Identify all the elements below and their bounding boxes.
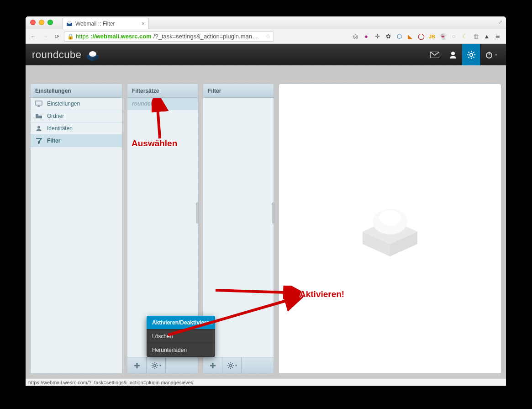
nav-mail-button[interactable] [426,44,444,65]
ext-icon-12[interactable]: 🗑 [472,33,479,40]
popup-item-delete[interactable]: Löschen [147,329,215,343]
popup-item-label: Herunterladen [152,347,187,353]
window-zoom-button[interactable] [47,20,53,25]
url-path: /?_task=settings&_action=plugin.man… [153,33,258,40]
sidebar-item-identities[interactable]: Identitäten [31,122,122,135]
tab-title: Webmail :: Filter [75,21,115,27]
ext-icon-2[interactable]: ● [363,33,370,40]
svg-line-45 [232,363,233,364]
bookmark-star-icon[interactable]: ☆ [265,33,271,40]
monitor-icon [35,100,42,107]
svg-point-1 [68,21,71,24]
ext-icon-13[interactable]: ▲ [483,33,490,40]
filterset-item[interactable]: roundcube [127,98,198,110]
svg-line-16 [473,52,474,53]
splitter-handle-2[interactable] [272,202,274,223]
svg-point-9 [470,53,473,56]
window-minimize-button[interactable] [39,20,44,25]
ext-icon-3[interactable]: ✛ [374,33,381,40]
menu-button[interactable]: ≡ [494,33,501,40]
svg-rect-23 [36,114,38,115]
nav-logout-button[interactable]: ▾ [480,44,501,65]
ext-icon-8[interactable]: JB [428,33,436,40]
svg-point-6 [90,52,95,55]
sidebar-item-filter[interactable]: Filter [31,135,122,147]
logo-icon [85,49,99,60]
svg-line-34 [156,363,157,364]
back-button[interactable]: ← [28,32,38,42]
app-body: Einstellungen Einstellungen Ordner Ident… [26,65,506,378]
tab-close-button[interactable]: × [142,21,145,27]
logo-text: roundcube [32,49,81,61]
ext-icon-6[interactable]: ◣ [406,33,414,40]
browser-window: Webmail :: Filter × ⤢ ← → ⟳ 🔒 https ://w… [26,16,506,386]
add-filter-button[interactable] [203,357,222,373]
settings-sidebar: Einstellungen Einstellungen Ordner Ident… [30,84,122,374]
address-bar[interactable]: 🔒 https ://webmail.wesrc.com /?_task=set… [64,32,274,42]
svg-point-51 [379,210,401,226]
ext-icon-10[interactable]: ○ [450,33,458,40]
url-host: ://webmail.wesrc.com [90,33,152,40]
ext-icon-5[interactable]: ⬡ [395,33,403,40]
watermark-icon [353,196,427,261]
app-header: roundcube [26,44,506,65]
svg-rect-20 [36,101,42,105]
filterset-popup-menu: Aktivieren/Deaktivieren Löschen Herunter… [147,316,215,357]
svg-line-43 [228,363,229,364]
popup-item-label: Aktivieren/Deaktivieren [152,319,213,326]
extension-bar: ◎ ● ✛ ✿ ⬡ ◣ ◯ JB 👻 ○ ☾ 🗑 ▲ ≡ [352,33,503,40]
nav-contacts-button[interactable] [444,44,462,65]
toolbar: ← → ⟳ 🔒 https ://webmail.wesrc.com /?_ta… [26,29,506,44]
sidebar-item-label: Einstellungen [47,101,80,107]
nav-settings-button[interactable] [462,44,480,65]
svg-line-14 [469,52,469,53]
popup-item-label: Löschen [152,333,173,340]
filtersets-title: Filtersätze [127,84,198,98]
svg-point-8 [451,52,455,55]
url-scheme: https [76,33,89,40]
filterset-actions-button[interactable]: ▾ [147,357,166,373]
ext-icon-1[interactable]: ◎ [352,33,359,40]
svg-line-35 [153,367,153,368]
sidebar-item-folders[interactable]: Ordner [31,110,122,122]
svg-point-24 [37,126,40,129]
forward-button[interactable]: → [40,32,50,42]
filter-icon [35,137,42,144]
content-pane [279,84,501,374]
popup-item-toggle[interactable]: Aktivieren/Deaktivieren [147,316,215,329]
svg-line-44 [232,367,233,368]
status-text: https://webmail.wesrc.com/?_task=setting… [28,380,194,385]
window-close-button[interactable] [30,20,36,25]
filterset-label: roundcube [132,101,160,107]
favicon-icon [66,20,73,28]
filter-actions-button[interactable]: ▾ [222,357,242,373]
ext-icon-11[interactable]: ☾ [461,33,469,40]
fullscreen-icon[interactable]: ⤢ [498,19,502,25]
svg-point-27 [153,364,156,367]
svg-line-15 [473,57,474,58]
app-logo[interactable]: roundcube [32,49,99,61]
add-filterset-button[interactable] [127,357,147,373]
ext-icon-4[interactable]: ✿ [385,33,392,40]
popup-item-download[interactable]: Herunterladen [147,343,215,357]
folder-icon [35,112,42,120]
svg-line-46 [228,367,229,368]
sidebar-item-label: Identitäten [47,125,73,132]
person-icon [35,125,42,132]
sidebar-title: Einstellungen [31,84,122,98]
sidebar-item-preferences[interactable]: Einstellungen [31,98,122,110]
svg-line-17 [469,57,469,58]
reload-button[interactable]: ⟳ [52,32,62,42]
sidebar-item-label: Filter [47,138,60,144]
svg-line-32 [153,363,153,364]
titlebar: Webmail :: Filter × ⤢ [26,16,506,29]
ext-icon-7[interactable]: ◯ [417,33,425,40]
status-bar: https://webmail.wesrc.com/?_task=setting… [26,378,506,386]
splitter-handle[interactable] [196,202,199,223]
svg-line-33 [156,367,157,368]
svg-point-38 [229,364,232,367]
browser-tab[interactable]: Webmail :: Filter × [62,18,149,29]
ext-icon-9[interactable]: 👻 [439,33,447,40]
lock-icon: 🔒 [67,33,74,40]
sidebar-item-label: Ordner [47,113,64,119]
